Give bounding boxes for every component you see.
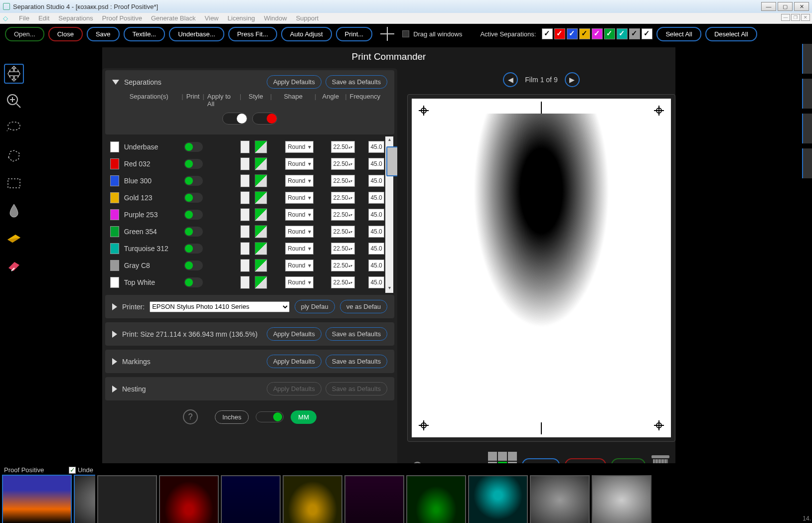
sep-style-swatch[interactable] (240, 208, 250, 221)
menu-licensing[interactable]: Licensing (228, 14, 255, 22)
edge-tab-3[interactable] (802, 114, 812, 143)
sep-halftone-swatch[interactable] (255, 191, 268, 204)
sep-print-toggle[interactable] (184, 176, 203, 186)
move-tool-icon[interactable] (4, 64, 24, 84)
scroll-down-icon[interactable]: ▾ (385, 285, 393, 293)
marquee-tool-icon[interactable] (4, 173, 24, 193)
sep-apply-defaults-button[interactable]: Apply Defaults (267, 75, 322, 89)
sep-freq-input[interactable]: 45.0 (368, 141, 384, 153)
sep-shape-select[interactable]: Round (285, 175, 314, 187)
thumbnail-sep[interactable] (221, 475, 281, 523)
printer-expand-icon[interactable] (112, 303, 117, 310)
droplet-tool-icon[interactable] (4, 201, 24, 221)
drag-all-checkbox[interactable] (402, 30, 409, 37)
minimize-button[interactable]: — (761, 2, 776, 11)
sep-swatch-white[interactable] (542, 28, 553, 39)
sep-angle-input[interactable]: 22.50▴▾ (331, 226, 355, 238)
sep-angle-input[interactable]: 22.50▴▾ (331, 192, 355, 204)
thumbnail-sep[interactable] (97, 475, 157, 523)
maximize-button[interactable]: ▢ (778, 2, 793, 11)
sep-swatch-blue[interactable] (567, 28, 578, 39)
move-all-icon[interactable] (380, 27, 394, 41)
inches-button[interactable]: Inches (215, 410, 249, 424)
underbase-button[interactable]: Underbase... (169, 27, 224, 41)
sep-style-swatch[interactable] (240, 242, 250, 255)
sep-angle-input[interactable]: 22.50▴▾ (331, 243, 355, 255)
sep-angle-input[interactable]: 22.50▴▾ (331, 260, 355, 271)
scroll-thumb[interactable] (386, 146, 397, 176)
align-tc[interactable] (498, 452, 507, 461)
sep-print-toggle[interactable] (184, 142, 203, 152)
sep-angle-input[interactable]: 22.50▴▾ (331, 276, 355, 288)
sep-style-swatch[interactable] (240, 276, 250, 289)
thumbnail-sep[interactable] (468, 475, 528, 523)
sep-swatch-topwhite[interactable] (642, 28, 652, 39)
sep-halftone-swatch[interactable] (255, 174, 268, 187)
thumbnail-sep[interactable] (592, 475, 651, 523)
sep-angle-input[interactable]: 22.50▴▾ (331, 209, 355, 221)
mdi-restore-button[interactable]: ❐ (791, 14, 800, 21)
sep-print-toggle[interactable] (184, 159, 203, 169)
master-apply-toggle[interactable] (252, 113, 277, 125)
thumbnail-proof[interactable] (2, 475, 72, 523)
markings-expand-icon[interactable] (112, 358, 117, 365)
sep-swatch-gray[interactable] (629, 28, 640, 39)
markings-save-defaults-button[interactable]: Save as Defaults (325, 355, 387, 368)
sep-halftone-swatch[interactable] (255, 276, 268, 289)
save-button[interactable]: Save (87, 27, 120, 41)
mm-button[interactable]: MM (291, 410, 317, 424)
sep-halftone-swatch[interactable] (255, 242, 268, 255)
sep-print-toggle[interactable] (184, 227, 203, 237)
sep-shape-select[interactable]: Round (285, 226, 314, 238)
sep-style-swatch[interactable] (240, 157, 250, 170)
printer-select[interactable]: EPSON Stylus Photo 1410 Series (150, 301, 290, 312)
mdi-close-button[interactable]: ✕ (801, 14, 810, 21)
markings-apply-defaults-button[interactable]: Apply Defaults (267, 355, 322, 368)
sep-halftone-swatch[interactable] (255, 208, 268, 221)
sep-swatch-green[interactable] (604, 28, 615, 39)
master-print-toggle[interactable] (222, 113, 247, 125)
sep-freq-input[interactable]: 45.0 (368, 226, 384, 238)
edge-tab-4[interactable] (802, 148, 812, 178)
edge-tab-1[interactable] (802, 44, 812, 74)
deselect-all-button[interactable]: Deselect All (705, 27, 757, 41)
sep-freq-input[interactable]: 45.0 (368, 260, 384, 271)
print-apply-defaults-button[interactable]: Apply Defaults (267, 327, 322, 341)
print-save-defaults-button[interactable]: Save as Defaults (325, 327, 387, 341)
sep-shape-select[interactable]: Round (285, 260, 314, 271)
sep-angle-input[interactable]: 22.50▴▾ (331, 158, 355, 170)
close-button[interactable]: Close (48, 27, 83, 41)
mdi-minimize-button[interactable]: — (781, 14, 790, 21)
printer-apply-defaults-button[interactable]: ply Defau (295, 300, 335, 313)
align-tl[interactable] (488, 452, 497, 461)
auto-adjust-button[interactable]: Auto Adjust (281, 27, 332, 41)
units-toggle[interactable] (256, 411, 284, 422)
menu-edit[interactable]: Edit (38, 14, 49, 22)
sep-swatch-turquoise[interactable] (617, 28, 628, 39)
sep-shape-select[interactable]: Round (285, 192, 314, 204)
sep-angle-input[interactable]: 22.50▴▾ (331, 141, 355, 153)
menu-proof-positive[interactable]: Proof Positive (102, 14, 142, 22)
thumbnail-sep[interactable] (283, 475, 342, 523)
sep-style-swatch[interactable] (240, 174, 250, 187)
sep-shape-select[interactable]: Round (285, 243, 314, 255)
sep-style-swatch[interactable] (240, 191, 250, 204)
sep-halftone-swatch[interactable] (255, 259, 268, 272)
menu-window[interactable]: Window (264, 14, 287, 22)
sep-shape-select[interactable]: Round (285, 276, 314, 288)
sep-print-toggle[interactable] (184, 193, 203, 203)
zoom-tool-icon[interactable] (4, 91, 24, 111)
sep-freq-input[interactable]: 45.0 (368, 175, 384, 187)
sep-freq-input[interactable]: 45.0 (368, 243, 384, 255)
menu-separations[interactable]: Separations (58, 14, 93, 22)
menu-generate-black[interactable]: Generate Black (151, 14, 196, 22)
sep-save-defaults-button[interactable]: Save as Defaults (325, 75, 387, 89)
thumbnail-sep[interactable] (344, 475, 404, 523)
sep-halftone-swatch[interactable] (255, 140, 268, 153)
sep-freq-input[interactable]: 45.0 (368, 209, 384, 221)
sep-shape-select[interactable]: Round (285, 158, 314, 170)
sep-halftone-swatch[interactable] (255, 157, 268, 170)
next-film-button[interactable]: ▶ (565, 72, 580, 87)
thumbnail-sep[interactable] (530, 475, 590, 523)
nesting-expand-icon[interactable] (112, 386, 117, 392)
